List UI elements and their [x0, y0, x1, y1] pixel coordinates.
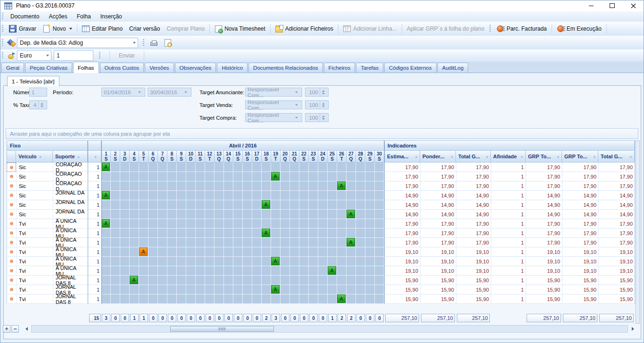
tab-auditlog[interactable]: AuditLog: [438, 63, 468, 73]
day-cell[interactable]: [120, 247, 130, 257]
cell-value[interactable]: 15,90: [384, 276, 420, 285]
day-cell[interactable]: [337, 172, 347, 181]
day-cell[interactable]: [243, 266, 252, 276]
day-cell[interactable]: [111, 238, 120, 247]
day-cell[interactable]: [186, 191, 196, 200]
tab-hist-rico[interactable]: Histórico: [217, 63, 248, 73]
day-cell[interactable]: [120, 276, 130, 285]
day-cell[interactable]: A: [347, 238, 356, 247]
day-cell[interactable]: [318, 238, 328, 247]
cell-veiculo[interactable]: Sic: [16, 191, 53, 200]
day-cell[interactable]: [120, 266, 130, 276]
day-cell[interactable]: [196, 247, 205, 257]
day-cell[interactable]: [205, 219, 215, 229]
day-cell[interactable]: [318, 266, 328, 276]
day-cell[interactable]: [309, 294, 318, 304]
cell-value[interactable]: 14,90: [420, 210, 456, 219]
cell-value[interactable]: 14,90: [420, 191, 456, 200]
day-cell[interactable]: [224, 294, 233, 304]
cell-value[interactable]: 17,90: [384, 172, 420, 181]
day-cell[interactable]: [186, 294, 196, 304]
cell-value[interactable]: 17,90: [598, 219, 635, 229]
day-cell[interactable]: [337, 229, 347, 238]
day-cell[interactable]: [252, 276, 262, 285]
day-cell[interactable]: [290, 257, 299, 266]
day-column-header[interactable]: 16S: [243, 151, 252, 163]
day-cell[interactable]: [177, 229, 186, 238]
day-cell[interactable]: [356, 294, 365, 304]
column-header-estima-0[interactable]: Estima...▲: [384, 151, 420, 163]
day-cell[interactable]: [205, 200, 215, 210]
day-cell[interactable]: [299, 294, 309, 304]
cell-insercoes[interactable]: 1: [88, 200, 101, 210]
day-cell[interactable]: [281, 285, 290, 294]
day-cell[interactable]: [149, 276, 158, 285]
day-cell[interactable]: [337, 219, 347, 229]
day-cell[interactable]: [139, 285, 149, 294]
day-column-header[interactable]: 30S: [375, 151, 384, 163]
table-row[interactable]: TviA UNICA MU...1A17,9017,9017,90117,901…: [7, 238, 635, 247]
day-cell[interactable]: [262, 172, 271, 181]
day-cell[interactable]: [130, 181, 139, 191]
cell-value[interactable]: 14,90: [562, 200, 598, 210]
day-cell[interactable]: [101, 257, 111, 266]
day-cell[interactable]: [215, 191, 224, 200]
day-cell[interactable]: [290, 285, 299, 294]
group-by-bar[interactable]: Arraste para aqui o cabeçalho de uma col…: [6, 128, 638, 139]
day-cell[interactable]: A: [347, 210, 356, 219]
day-cell[interactable]: [186, 210, 196, 219]
cell-veiculo[interactable]: Tvi: [16, 229, 53, 238]
day-cell[interactable]: [347, 294, 356, 304]
day-cell[interactable]: [262, 294, 271, 304]
tab-observa-es[interactable]: Observações: [175, 63, 216, 73]
day-cell[interactable]: [233, 285, 243, 294]
table-row[interactable]: SicCORAÇAO D...1A17,9017,9017,90117,9017…: [7, 172, 635, 181]
day-cell[interactable]: [375, 163, 384, 172]
day-cell[interactable]: [196, 266, 205, 276]
cell-value[interactable]: 15,90: [456, 294, 491, 304]
column-header-total-g-2[interactable]: Total G...▲: [456, 151, 491, 163]
day-cell[interactable]: [177, 172, 186, 181]
day-cell[interactable]: [356, 219, 365, 229]
day-cell[interactable]: [299, 163, 309, 172]
day-cell[interactable]: [111, 294, 120, 304]
day-cell[interactable]: [139, 276, 149, 285]
gravar-button[interactable]: Gravar: [6, 24, 40, 34]
day-cell[interactable]: [186, 257, 196, 266]
day-cell[interactable]: [205, 294, 215, 304]
day-cell[interactable]: [158, 219, 167, 229]
day-cell[interactable]: [243, 238, 252, 247]
day-cell[interactable]: [167, 229, 177, 238]
day-cell[interactable]: [196, 181, 205, 191]
day-column-header[interactable]: 12T: [205, 151, 215, 163]
cell-veiculo[interactable]: Tvi: [16, 247, 53, 257]
cell-value[interactable]: 14,90: [384, 200, 420, 210]
spot-marker-green[interactable]: A: [130, 276, 138, 284]
day-cell[interactable]: [375, 294, 384, 304]
day-cell[interactable]: [205, 172, 215, 181]
day-cell[interactable]: [158, 191, 167, 200]
day-cell[interactable]: [299, 266, 309, 276]
cell-value[interactable]: 1: [491, 219, 526, 229]
day-cell[interactable]: [101, 285, 111, 294]
day-cell[interactable]: [158, 172, 167, 181]
cell-value[interactable]: 17,90: [562, 219, 598, 229]
day-cell[interactable]: [167, 276, 177, 285]
cell-insercoes[interactable]: 1: [88, 276, 101, 285]
day-cell[interactable]: [365, 247, 375, 257]
day-cell[interactable]: [196, 294, 205, 304]
novo-button[interactable]: Novo: [40, 24, 75, 34]
row-indicator-cell[interactable]: [7, 257, 16, 266]
day-cell[interactable]: [196, 200, 205, 210]
day-cell[interactable]: [149, 191, 158, 200]
spot-marker-green[interactable]: A: [328, 266, 336, 275]
cell-veiculo[interactable]: Sic: [16, 200, 53, 210]
day-cell[interactable]: [177, 191, 186, 200]
day-cell[interactable]: [281, 294, 290, 304]
cell-value[interactable]: 19,10: [562, 266, 598, 276]
day-column-header[interactable]: 27Q: [347, 151, 356, 163]
day-cell[interactable]: [139, 257, 149, 266]
day-cell[interactable]: [375, 172, 384, 181]
day-cell[interactable]: [233, 229, 243, 238]
day-cell[interactable]: [309, 247, 318, 257]
